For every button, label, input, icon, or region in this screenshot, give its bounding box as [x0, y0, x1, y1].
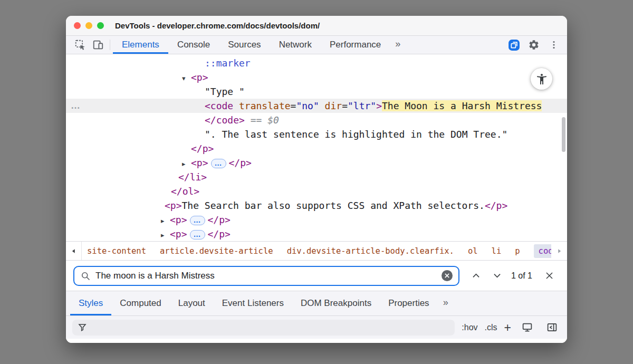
dom-token-tag: <p> [165, 200, 182, 211]
breadcrumb-item-div-devsite-article-body-clearfix[interactable]: div.devsite-article-body.clearfix. [287, 246, 454, 256]
row-overflow-icon[interactable]: … [71, 99, 81, 113]
dom-tree-line[interactable]: ::marker [66, 56, 567, 70]
inspect-element-button[interactable] [71, 36, 89, 54]
dom-token-tag: </li> [178, 171, 207, 183]
sidebar-toggle-button[interactable] [543, 322, 561, 333]
tab-properties[interactable]: Properties [380, 291, 437, 315]
tab-dom-breakpoints[interactable]: DOM Breakpoints [292, 291, 380, 315]
breadcrumb-bar: site-contentarticle.devsite-articlediv.d… [66, 241, 567, 260]
window-controls [74, 22, 104, 29]
triangle-right-icon [555, 247, 563, 255]
previous-result-button[interactable] [466, 266, 487, 286]
tab-network[interactable]: Network [270, 36, 321, 54]
dom-token-tag: <code [205, 100, 233, 111]
device-toolbar-button[interactable] [89, 36, 107, 54]
dom-tree-line[interactable]: </code> == $0 [66, 113, 567, 127]
dom-token-text: ". The last sentence is highlighted in t… [205, 129, 507, 140]
dom-token-eq: = [342, 100, 348, 111]
clear-x-icon [444, 273, 450, 279]
dom-token-attr: dir [319, 100, 342, 111]
dom-token-dim: == [245, 114, 267, 126]
inline-expand-button[interactable]: … [190, 216, 205, 225]
tab-elements[interactable]: Elements [113, 36, 168, 54]
close-window-button[interactable] [74, 22, 81, 29]
breadcrumb-item-code[interactable]: code [534, 244, 551, 258]
dom-token-attr: translate [233, 100, 290, 111]
inline-expand-button[interactable]: … [211, 159, 226, 168]
dom-token-tag: </p> [229, 157, 252, 168]
toggle-element-state-button[interactable]: :hov [462, 323, 477, 332]
dom-token-tag: </ol> [171, 186, 199, 197]
tab-console[interactable]: Console [168, 36, 219, 54]
accessibility-button[interactable] [531, 68, 552, 90]
filter-input[interactable] [91, 323, 449, 332]
expand-arrow-icon[interactable]: ▸ [161, 214, 170, 228]
dom-tree-line[interactable]: "Type " [66, 84, 567, 99]
dom-token-tag: <p> [170, 214, 187, 225]
more-tabs-button[interactable]: » [390, 36, 405, 54]
tab-performance[interactable]: Performance [321, 36, 390, 54]
devtools-window: DevTools - developer.chrome.com/docs/dev… [66, 16, 567, 343]
more-menu-button[interactable] [545, 40, 563, 50]
dom-tree-panel: ::marker▾<p>"Type "…<code translate="no"… [66, 54, 567, 241]
expand-arrow-icon[interactable]: ▸ [182, 157, 191, 171]
main-tabs: ElementsConsoleSourcesNetworkPerformance [113, 36, 390, 54]
tab-layout[interactable]: Layout [170, 291, 214, 315]
dom-tree-line[interactable]: ▸<p>…</p> [66, 213, 567, 227]
clear-search-button[interactable] [442, 270, 453, 281]
dom-token-tag: > [376, 100, 382, 111]
tab-computed[interactable]: Computed [111, 291, 169, 315]
settings-button[interactable] [525, 39, 543, 51]
inline-expand-button[interactable]: … [190, 230, 205, 240]
dom-tree-line[interactable]: <p>The Search bar also supports CSS and … [66, 198, 567, 213]
breadcrumb-item-li[interactable]: li [492, 246, 502, 256]
dom-token-tag: <p> [191, 157, 208, 168]
more-panel-tabs-button[interactable]: » [438, 291, 453, 315]
window-title: DevTools - developer.chrome.com/docs/dev… [115, 21, 320, 30]
device-toolbar-icon [92, 39, 104, 51]
undock-icon [507, 39, 521, 52]
dom-token-text: "Type " [205, 86, 245, 97]
sidebar-toggle-icon [546, 322, 558, 333]
dom-tree-line[interactable]: </li> [66, 170, 567, 184]
search-input[interactable] [95, 271, 437, 281]
scrollbar-thumb[interactable] [562, 117, 565, 152]
zoom-window-button[interactable] [97, 22, 104, 29]
element-classes-button[interactable]: .cls [485, 323, 497, 332]
minimize-window-button[interactable] [85, 22, 92, 29]
dom-tree-line[interactable]: ▸<p>…</p> [66, 156, 567, 170]
expand-arrow-icon[interactable]: ▸ [161, 228, 170, 241]
breadcrumb-item-p[interactable]: p [515, 246, 520, 256]
search-box [73, 266, 459, 286]
dom-tree-line[interactable]: ▸<p>…</p> [66, 227, 567, 241]
tab-sources[interactable]: Sources [219, 36, 270, 54]
breadcrumb-item-ol[interactable]: ol [468, 246, 478, 256]
close-x-icon [544, 271, 554, 281]
expand-arrow-icon[interactable]: ▾ [182, 71, 191, 85]
tab-styles[interactable]: Styles [70, 291, 111, 315]
rendering-button[interactable] [518, 322, 536, 333]
dom-tree-line[interactable]: …<code translate="no" dir="ltr">The Moon… [66, 99, 567, 113]
breadcrumb-item-article-devsite-article[interactable]: article.devsite-article [160, 246, 273, 256]
breadcrumb-item-site-content[interactable]: site-content [87, 246, 146, 256]
dom-token-text: The Search bar also supports CSS and XPa… [182, 200, 485, 211]
close-search-button[interactable] [539, 266, 560, 286]
dom-token-val: "ltr" [348, 100, 376, 111]
styles-filter-box [72, 320, 455, 336]
breadcrumb-scroll-left-button[interactable] [66, 242, 82, 260]
dom-token-eq: = [291, 100, 296, 111]
undock-button[interactable] [505, 39, 523, 52]
dom-token-tag: </p> [485, 200, 507, 211]
tab-event-listeners[interactable]: Event Listeners [214, 291, 292, 315]
dom-tree-line[interactable]: ". The last sentence is highlighted in t… [66, 127, 567, 141]
kebab-menu-icon [549, 40, 559, 50]
chevron-down-icon [492, 271, 502, 281]
dom-tree-line[interactable]: ▾<p> [66, 70, 567, 84]
next-result-button[interactable] [487, 266, 508, 286]
dom-tree-line[interactable]: </p> [66, 141, 567, 156]
styles-toolbar: :hov .cls + [66, 315, 567, 339]
search-icon [80, 271, 91, 281]
dom-tree-line[interactable]: </ol> [66, 184, 567, 198]
breadcrumb-scroll-right-button[interactable] [551, 242, 567, 260]
new-style-rule-button[interactable]: + [504, 322, 511, 333]
